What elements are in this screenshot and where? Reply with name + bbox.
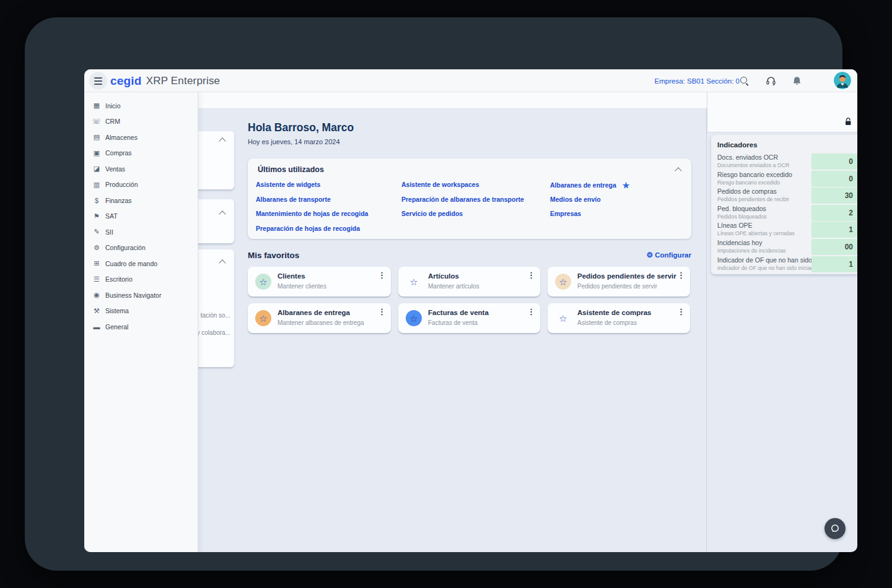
kebab-menu-icon[interactable]: ⋮ (527, 307, 535, 316)
indicator-sublabel: Pedidos bloqueados (717, 214, 811, 220)
favorite-star-icon[interactable]: ★ (623, 181, 630, 190)
card-title: Clientes (278, 272, 305, 280)
favorite-card-facturas[interactable]: ☆ Facturas de venta Facturas de venta ⋮ (398, 303, 540, 333)
search-icon[interactable] (735, 69, 754, 92)
star-circle: ☆ (555, 310, 571, 326)
card-title: Pedidos pendientes de servir (577, 272, 676, 280)
card-subtitle: Mantener artículos (428, 283, 479, 290)
greeting-title: Hola Barroso, Marco (248, 121, 354, 134)
card-title: Facturas de venta (428, 309, 489, 316)
sidebar-item-label: SII (105, 228, 113, 236)
favorite-card-clientes[interactable]: ☆ Clientes Mantener clientes ⋮ (248, 267, 391, 296)
tablet-bezel: 1 1 tación so... y colabora... Hola Barr… (25, 17, 842, 571)
sidebar-item-produccion[interactable]: ▥Producción (84, 177, 198, 193)
recent-link[interactable]: Albaranes de transporte (256, 196, 331, 203)
chat-button[interactable] (824, 518, 846, 539)
truncated-text: y colabora... (197, 329, 230, 336)
phone-icon: ☏ (92, 118, 101, 126)
favorite-card-asistente-compras[interactable]: ☆ Asistente de compras Asistente de comp… (548, 303, 690, 333)
sidebar-item-label: General (105, 323, 128, 331)
recent-link[interactable]: Asistente de widgets (256, 181, 320, 188)
star-circle: ☆ (555, 274, 571, 290)
sidebar-item-cuadro-de-mando[interactable]: ⊞Cuadro de mando (84, 256, 198, 272)
sidebar-item-configuracion[interactable]: ⚙Configuración (84, 240, 198, 256)
recent-link-label: Albaranes de entrega (550, 181, 616, 189)
sidebar-item-label: CRM (105, 118, 120, 125)
recent-link[interactable]: Mantenimiento de hojas de recogida (256, 210, 368, 217)
sidebar-item-almacenes[interactable]: ▤Almacenes (84, 129, 198, 145)
star-circle: ☆ (255, 310, 271, 326)
star-icon: ☆ (409, 314, 418, 323)
tool-icon: ⚑ (92, 212, 101, 220)
headset-support-icon[interactable] (761, 69, 780, 92)
indicator-row: Líneas OPE Líneas OPE abiertas y cerrada… (711, 222, 857, 238)
card-subtitle: Pedidos pendientes de servir (577, 283, 657, 290)
configure-label: Configurar (655, 251, 691, 259)
chevron-up-icon[interactable] (220, 210, 225, 216)
indicator-label: Líneas OPE (717, 222, 811, 229)
recent-link[interactable]: Preparación de albaranes de transporte (401, 196, 524, 203)
sidebar-item-label: SAT (105, 212, 118, 220)
sidebar-item-inicio[interactable]: ▦Inicio (84, 98, 198, 114)
indicator-value[interactable]: 1 (811, 256, 857, 272)
company-section-selector[interactable]: Empresa: SB01 Sección: 0 (655, 69, 740, 92)
sidebar-item-sat[interactable]: ⚑SAT (84, 209, 198, 225)
card-title: Artículos (428, 272, 459, 280)
kebab-menu-icon[interactable]: ⋮ (677, 307, 685, 316)
gear-icon: ⚙ (92, 244, 101, 252)
configure-button[interactable]: ⚙Configurar (646, 251, 691, 259)
sidebar-item-sistema[interactable]: ⚒Sistema (84, 303, 198, 319)
recent-items-panel: Últimos utilizados Asistente de widgets … (248, 158, 691, 239)
home-grid-icon: ▦ (92, 102, 101, 110)
chevron-up-icon[interactable] (220, 137, 225, 143)
greeting-date: Hoy es jueves, 14 marzo 2024 (248, 138, 340, 145)
recent-link[interactable]: Medios de envío (550, 196, 601, 203)
dashboard-icon: ⊞ (92, 259, 101, 267)
recent-link[interactable]: Preparación de hojas de recogida (256, 225, 360, 232)
sidebar-item-crm[interactable]: ☏CRM (84, 114, 198, 130)
indicator-value[interactable]: 1 (811, 222, 857, 238)
sidebar-item-general[interactable]: ▬General (84, 319, 198, 335)
sidebar-item-finanzas[interactable]: $Finanzas (84, 192, 198, 209)
kebab-menu-icon[interactable]: ⋮ (677, 270, 685, 280)
favorite-card-articulos[interactable]: ☆ Artículos Mantener artículos ⋮ (398, 267, 540, 296)
indicator-value[interactable]: 00 (811, 239, 857, 255)
recent-items-title: Últimos utilizados (258, 165, 324, 174)
indicator-value[interactable]: 2 (811, 205, 857, 221)
chevron-up-icon[interactable] (220, 259, 225, 265)
sidebar-item-compras[interactable]: ▣Compras (84, 145, 198, 162)
recent-link[interactable]: Servicio de pedidos (401, 210, 463, 217)
top-bar: cegid XRP Enterprise Empresa: SB01 Secci… (84, 69, 857, 92)
star-icon: ☆ (259, 277, 267, 287)
kebab-menu-icon[interactable]: ⋮ (378, 307, 386, 316)
indicator-value[interactable]: 0 (811, 153, 857, 170)
notifications-bell-icon[interactable] (787, 69, 806, 92)
user-avatar[interactable] (834, 72, 851, 89)
sidebar-item-ventas[interactable]: ◪Ventas (84, 161, 198, 177)
recent-link[interactable]: Albaranes de entrega★ (550, 181, 629, 190)
gear-icon: ⚙ (646, 251, 653, 259)
chevron-up-icon[interactable] (676, 167, 681, 173)
favorite-card-albaranes[interactable]: ☆ Albaranes de entrega Mantener albarane… (248, 303, 391, 333)
kebab-menu-icon[interactable]: ⋮ (527, 270, 535, 280)
card-subtitle: Mantener albaranes de entrega (278, 319, 364, 326)
hamburger-menu-icon[interactable] (89, 72, 107, 90)
indicator-sublabel: Indicador de OF que no han sido iniciado… (717, 265, 811, 271)
sidebar-item-escritorio[interactable]: ☰Escritorio (84, 272, 198, 288)
indicators-title: Indicadores (717, 141, 758, 149)
kebab-menu-icon[interactable]: ⋮ (378, 270, 386, 280)
desktop-list-icon: ☰ (92, 275, 101, 283)
recent-link[interactable]: Asistente de workspaces (401, 181, 479, 188)
unlock-icon[interactable] (844, 117, 852, 128)
indicator-row: Incidencias hoy Imputaciones de incidenc… (711, 239, 857, 256)
indicator-value[interactable]: 30 (811, 188, 857, 204)
star-circle: ☆ (406, 274, 422, 290)
app-screen: 1 1 tación so... y colabora... Hola Barr… (84, 69, 857, 552)
recent-link[interactable]: Empresas (550, 210, 581, 217)
favorite-card-pedidos-pendientes[interactable]: ☆ Pedidos pendientes de servir Pedidos p… (548, 267, 690, 296)
sidebar-item-business-navigator[interactable]: ◉Business Navigator (84, 287, 198, 303)
sidebar-item-sii[interactable]: ✎SII (84, 224, 198, 240)
indicator-value[interactable]: 0 (811, 171, 857, 187)
truck-icon: ▣ (92, 149, 101, 157)
device-icon: ▬ (92, 323, 101, 331)
